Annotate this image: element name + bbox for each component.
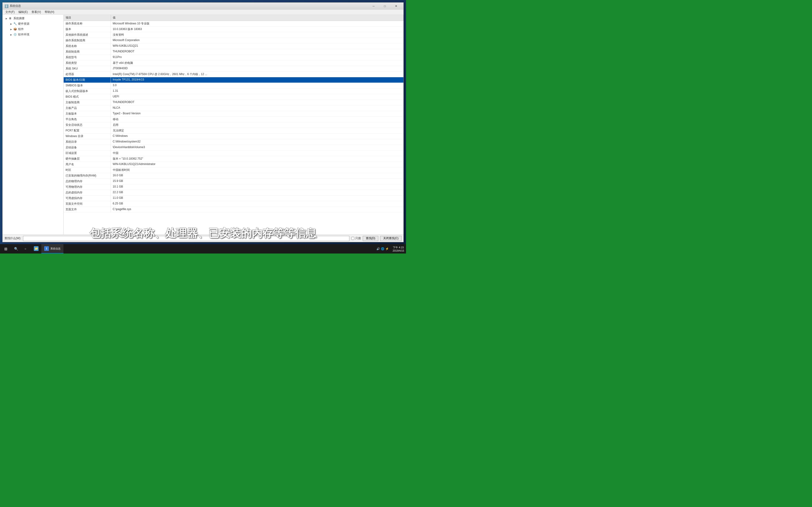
row-value: THUNDEROBOT [111,49,403,55]
menu-file[interactable]: 文件(F) [4,10,16,15]
menubar: 文件(F) 编辑(E) 查看(V) 帮助(H) [3,10,403,15]
table-row[interactable]: 操作系统名称Microsoft Windows 10 专业版 [64,21,403,26]
row-value: THUNDEROBOT [111,100,403,105]
table-row[interactable]: 页面文件空间6.25 GB [64,201,403,207]
hardware-icon: 🔧 [13,22,17,26]
row-key: 已安装的物理内存(RAM) [64,173,111,179]
table-row[interactable]: Windows 目录C:\Windows [64,133,403,139]
clock-date: 2019/4/15 [393,249,404,252]
row-value: 911Pro [111,55,403,60]
minimize-button[interactable]: ─ [368,4,379,8]
start-button[interactable]: ⊞ [0,244,11,253]
table-row[interactable]: 系统目录C:\Windows\system32 [64,139,403,145]
menu-view[interactable]: 查看(V) [30,10,43,15]
table-row[interactable]: 总的虚拟内存22.2 GB [64,190,403,195]
row-key: 时区 [64,167,111,173]
row-value: 10.1 GB [111,184,403,190]
row-value: C:\pagefile.sys [111,207,403,213]
table-row[interactable]: 用户名WIN-IUKBLUS1Q21\Administrator [64,162,403,167]
tree-item-software[interactable]: ▶ 💿 软件环境 [3,32,63,37]
table-row[interactable]: 系统制造商THUNDEROBOT [64,49,403,55]
taskbar-search-button[interactable]: 🔍 [11,244,21,253]
tree-item-components[interactable]: ▶ 📦 组件 [3,26,63,32]
row-value: 22.2 GB [111,190,403,195]
taskbar: ⊞ 🔍 ○ 📁 ℹ 系统信息 🔊 🌐 ⚡ 下午 4:15 2019/4/15 [0,244,406,253]
components-icon: 📦 [13,27,17,31]
table-row[interactable]: 区域设置中国 [64,151,403,156]
row-value: 基于 x64 的电脑 [111,60,403,66]
table-row[interactable]: 总的物理内存15.9 GB [64,179,403,184]
table-row[interactable]: 主板制造商THUNDEROBOT [64,100,403,105]
row-key: 启动设备 [64,145,111,151]
table-row[interactable]: PCR7 配置无法绑定 [64,128,403,133]
taskbar-item-explorer[interactable]: 📁 [31,244,41,253]
search-checkbox[interactable] [351,237,354,240]
tray-icon-power[interactable]: ⚡ [385,247,389,250]
main-content: ▶ 🖥 系统摘要 ▶ 🔧 硬件资源 ▶ 📦 组件 ▶ 💿 软件环 [3,15,403,234]
table-row[interactable]: 页面文件C:\pagefile.sys [64,207,403,213]
row-value: Microsoft Corporation [111,38,403,44]
system-info-window: ℹ️ 系统信息 ─ □ ✕ 文件(F) 编辑(E) 查看(V) 帮助(H) ▶ … [2,2,404,242]
tree-item-label-components: 组件 [18,27,24,31]
row-value: 没有资料 [111,32,403,38]
search-input[interactable] [23,236,349,241]
close-find-button[interactable]: 关闭查找(C) [380,236,402,241]
table-row[interactable]: SMBIOS 版本3.0 [64,83,403,89]
tree-item-summary[interactable]: ▶ 🖥 系统摘要 [3,16,63,21]
statusbar: 查找什么(W): 只搜 查找(D) 关闭查找(C) [3,234,403,242]
table-row[interactable]: 版本10.0.18363 版本 18363 [64,26,403,32]
row-value: 启用 [111,122,403,128]
row-key: 操作系统名称 [64,21,111,26]
row-key: 可用虚拟内存 [64,195,111,201]
row-key: 页面文件 [64,207,111,213]
table-row[interactable]: 系统型号911Pro [64,55,403,60]
table-row[interactable]: 其他操作系统描述没有资料 [64,32,403,38]
table-row[interactable]: 硬件抽象层版本 = "10.0.18362.752" [64,156,403,162]
table-row[interactable]: 主板产品NLCA [64,105,403,111]
window-title-icon: ℹ️ [4,4,8,8]
row-key: 系统目录 [64,139,111,145]
row-key: SMBIOS 版本 [64,83,111,89]
close-button[interactable]: ✕ [391,4,402,8]
row-value: 10.0.18363 版本 18363 [111,26,403,32]
table-row[interactable]: 安全启动状态启用 [64,122,403,128]
row-key: 其他操作系统描述 [64,32,111,38]
table-row[interactable]: 平台角色移动 [64,117,403,122]
row-value: 无法绑定 [111,128,403,133]
table-row[interactable]: 可用虚拟内存11.0 GB [64,195,403,201]
table-row[interactable]: 时区中国标准时间 [64,167,403,173]
tree-item-label-hardware: 硬件资源 [18,22,30,26]
table-row[interactable]: BIOS 版本/日期Insyde TP131, 2019/4/15 [64,77,403,83]
row-value: C:\Windows\system32 [111,139,403,145]
table-row[interactable]: 处理器Intel(R) Core(TM) i7-9750H CPU @ 2.60… [64,72,403,77]
table-row[interactable]: 已安装的物理内存(RAM)16.0 GB [64,173,403,179]
table-row[interactable]: 系统 SKUJT009H00D [64,66,403,72]
tray-icon-sound[interactable]: 🔊 [376,247,380,250]
taskbar-items: 📁 ℹ 系统信息 [30,244,374,253]
find-button[interactable]: 查找(D) [363,236,378,241]
expand-icon-software: ▶ [9,34,13,36]
tray-icon-network[interactable]: 🌐 [381,247,385,250]
tree-item-hardware[interactable]: ▶ 🔧 硬件资源 [3,21,63,26]
row-value: 6.25 GB [111,201,403,207]
cortana-button[interactable]: ○ [21,244,30,253]
row-key: BIOS 版本/日期 [64,77,111,83]
table-row[interactable]: 系统名称WIN-IUKBLUS1Q21 [64,44,403,49]
taskbar-item-sysinfo[interactable]: ℹ 系统信息 [41,244,63,253]
row-key: 主板制造商 [64,100,111,105]
row-value: 15.9 GB [111,179,403,184]
table-row[interactable]: 操作系统制造商Microsoft Corporation [64,38,403,44]
table-row[interactable]: 主板版本Type2 - Board Version [64,111,403,117]
table-row[interactable]: 系统类型基于 x64 的电脑 [64,60,403,66]
taskbar-clock[interactable]: 下午 4:15 2019/4/15 [391,246,406,252]
table-row[interactable]: 嵌入式控制器版本1.31 [64,89,403,94]
menu-help[interactable]: 帮助(H) [43,10,56,15]
menu-edit[interactable]: 编辑(E) [16,10,30,15]
table-row[interactable]: 可用物理内存10.1 GB [64,184,403,190]
maximize-button[interactable]: □ [379,4,390,8]
row-key: 版本 [64,26,111,32]
row-value: Insyde TP131, 2019/4/15 [111,77,403,83]
table-row[interactable]: 启动设备\Device\HarddiskVolume3 [64,145,403,151]
table-row[interactable]: BIOS 模式UEFI [64,94,403,100]
tree-panel: ▶ 🖥 系统摘要 ▶ 🔧 硬件资源 ▶ 📦 组件 ▶ 💿 软件环 [3,15,64,234]
